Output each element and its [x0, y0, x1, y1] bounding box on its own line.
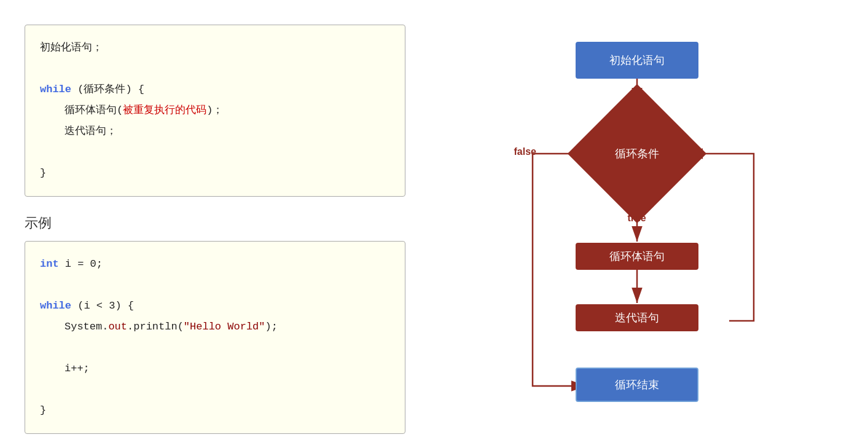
- code-line: [40, 379, 390, 400]
- code-line: }: [40, 163, 390, 184]
- condition-diamond-wrap: 循环条件: [588, 104, 686, 203]
- flowchart: 初始化语句 循环条件 true false 循环体语句 迭代语句 循环结束: [496, 31, 778, 436]
- code-line: i++;: [40, 358, 390, 379]
- left-panel: 初始化语句； while (循环条件) { 循环体语句(被重复执行的代码)； 迭…: [12, 12, 418, 437]
- code-line: while (循环条件) {: [40, 79, 390, 100]
- code-line: System.out.println("Hello World");: [40, 317, 390, 337]
- code-box-2: int i = 0; while (i < 3) { System.out.pr…: [25, 241, 405, 434]
- code-line: [40, 275, 390, 296]
- right-panel: 初始化语句 循环条件 true false 循环体语句 迭代语句 循环结束: [418, 12, 856, 437]
- code-line: 迭代语句；: [40, 121, 390, 142]
- code-line: int i = 0;: [40, 254, 390, 275]
- code-line: [40, 58, 390, 79]
- init-box: 初始化语句: [576, 42, 698, 79]
- section-title: 示例: [25, 214, 405, 232]
- iter-box: 迭代语句: [576, 304, 698, 331]
- code-line: 循环体语句(被重复执行的代码)；: [40, 100, 390, 121]
- condition-diamond: [567, 84, 706, 223]
- code-line: [40, 142, 390, 163]
- code-line: }: [40, 400, 390, 421]
- code-box-1: 初始化语句； while (循环条件) { 循环体语句(被重复执行的代码)； 迭…: [25, 25, 405, 197]
- code-line: 初始化语句；: [40, 37, 390, 58]
- body-box: 循环体语句: [576, 243, 698, 270]
- end-box: 循环结束: [576, 368, 698, 402]
- code-line: while (i < 3) {: [40, 296, 390, 317]
- code-line: [40, 337, 390, 358]
- false-label: false: [514, 146, 536, 157]
- true-label: true: [628, 213, 646, 224]
